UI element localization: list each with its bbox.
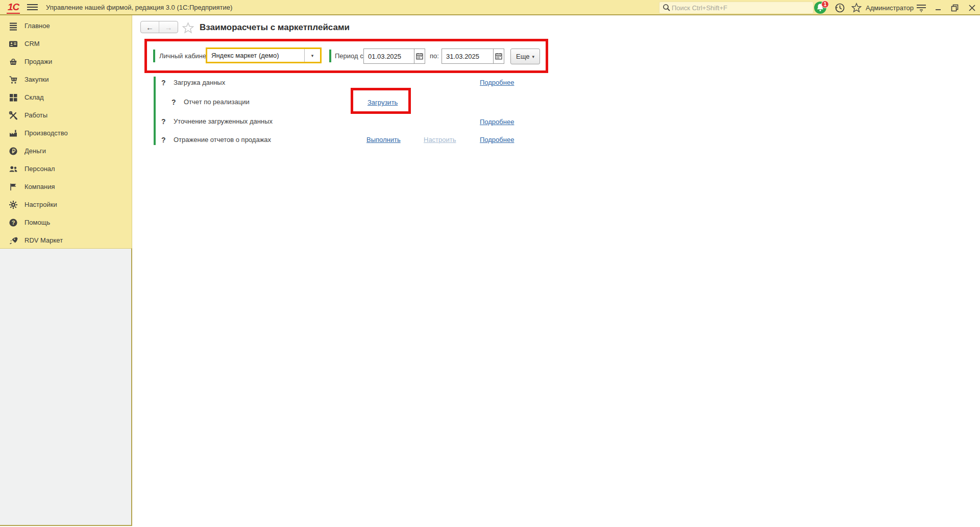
details-link[interactable]: Подробнее (480, 117, 514, 127)
close-button[interactable] (965, 0, 978, 15)
menu-lines-icon (7, 21, 19, 31)
help-question-icon[interactable]: ? (172, 97, 176, 107)
main-menu-icon[interactable] (27, 4, 38, 11)
sidebar-item-nastroiki[interactable]: Настройки (0, 196, 132, 213)
app-window: 1С Управление нашей фирмой, редакция 3.0… (0, 0, 980, 527)
favorite-star-icon[interactable] (182, 21, 194, 34)
history-icon[interactable] (833, 0, 846, 15)
restore-button[interactable] (948, 0, 961, 15)
flag-icon (7, 182, 19, 191)
date-to-field (442, 49, 504, 64)
modified-marker (153, 50, 155, 62)
notifications-button[interactable]: 1 (813, 0, 827, 15)
sidebar-item-glavnoe[interactable]: Главное (0, 17, 132, 35)
tools-icon (7, 111, 19, 120)
cabinet-select[interactable]: Яндекс маркет (демо) ▾ (206, 47, 322, 63)
svg-text:?: ? (12, 219, 15, 225)
sidebar-item-label: Закупки (24, 76, 48, 83)
sidebar-item-rdv-market[interactable]: RDV Маркет (0, 231, 132, 249)
cabinet-label: Личный кабинет: (159, 52, 211, 61)
minimize-button[interactable] (932, 0, 944, 15)
favorites-icon[interactable] (849, 0, 864, 15)
more-button[interactable]: Еще ▾ (510, 49, 540, 64)
date-to-input[interactable] (445, 49, 488, 63)
details-link[interactable]: Подробнее (480, 135, 514, 145)
sidebar-item-crm[interactable]: CRM (0, 35, 132, 53)
sidebar-item-kompaniya[interactable]: Компания (0, 178, 132, 196)
date-from-field (363, 49, 425, 64)
help-question-icon[interactable]: ? (161, 135, 166, 145)
sidebar-item-raboty[interactable]: Работы (0, 106, 132, 124)
notification-badge: 1 (821, 1, 829, 8)
ruble-coin-icon (7, 147, 19, 156)
task-label: Отражение отчетов о продажах (174, 135, 271, 145)
sidebar-item-label: Компания (24, 183, 55, 190)
modified-marker (154, 77, 156, 145)
sidebar-item-label: Помощь (24, 219, 50, 226)
more-button-label: Еще (516, 53, 529, 60)
sidebar-item-pomosch[interactable]: ? Помощь (0, 213, 132, 231)
sidebar-item-personal[interactable]: Персонал (0, 160, 132, 178)
cart-icon (7, 75, 19, 84)
period-from-label: Период с: (335, 52, 365, 61)
nav-back-button[interactable]: ← (141, 21, 159, 33)
sidebar-item-label: CRM (24, 40, 40, 47)
task-label: Загрузка данных (174, 78, 225, 88)
page-title: Взаиморасчеты с маркетплейсами (200, 21, 350, 34)
execute-link[interactable]: Выполнить (366, 135, 401, 145)
help-question-icon[interactable]: ? (161, 116, 166, 127)
main-content (132, 16, 980, 527)
sidebar-item-prodazhi[interactable]: Продажи (0, 53, 132, 70)
rocket-icon (7, 236, 19, 245)
gear-icon (7, 200, 19, 209)
window-title: Управление нашей фирмой, редакция 3.0 (1… (46, 0, 232, 15)
sidebar-item-zakupki[interactable]: Закупки (0, 70, 132, 88)
sidebar-item-label: Склад (24, 93, 44, 101)
cabinet-value: Яндекс маркет (демо) (211, 49, 279, 62)
sidebar-item-proizvodstvo[interactable]: Производство (0, 124, 132, 142)
sidebar-item-label: Персонал (24, 165, 55, 173)
sidebar-item-label: Деньги (24, 147, 46, 155)
nav-forward-button[interactable]: → (159, 21, 178, 33)
date-from-input[interactable] (367, 49, 410, 63)
search-input[interactable] (671, 4, 798, 12)
sidebar-menu: Главное CRM Продажи Закупки Склад Работы… (0, 15, 132, 248)
basket-icon (7, 57, 19, 66)
contact-card-icon (7, 39, 19, 49)
1c-logo: 1С (7, 2, 20, 14)
search-icon (663, 4, 671, 12)
sidebar-taskbar-panel (0, 248, 132, 526)
sidebar-item-dengi[interactable]: Деньги (0, 142, 132, 160)
sidebar-item-label: Настройки (24, 201, 57, 208)
load-link[interactable]: Загрузить (368, 98, 398, 108)
sidebar-item-label: RDV Маркет (24, 236, 63, 244)
chevron-down-icon: ▾ (532, 54, 534, 59)
history-nav-group: ← → (140, 21, 178, 33)
user-menu[interactable]: Администратор (867, 0, 913, 15)
task-label: Отчет по реализации (184, 97, 250, 107)
factory-icon (7, 129, 19, 138)
task-label: Уточнение загруженных данных (174, 116, 273, 127)
people-icon (7, 164, 19, 174)
calendar-icon[interactable] (414, 49, 425, 63)
global-search[interactable] (659, 2, 814, 14)
warehouse-blocks-icon (7, 93, 19, 102)
modified-marker (329, 50, 331, 62)
calendar-icon[interactable] (493, 49, 504, 63)
sidebar-item-label: Продажи (24, 58, 52, 65)
help-question-icon[interactable]: ? (161, 78, 166, 88)
top-bar: 1С Управление нашей фирмой, редакция 3.0… (0, 0, 980, 15)
sidebar-item-label: Работы (24, 111, 47, 119)
sidebar-item-label: Производство (24, 129, 68, 137)
functions-menu-icon[interactable] (915, 0, 928, 15)
sidebar-item-label: Главное (24, 22, 50, 30)
period-to-label: по: (430, 52, 439, 61)
details-link[interactable]: Подробнее (480, 78, 514, 88)
chevron-down-icon[interactable]: ▾ (304, 49, 320, 62)
help-icon: ? (7, 218, 19, 227)
configure-link[interactable]: Настроить (424, 135, 456, 145)
sidebar-item-sklad[interactable]: Склад (0, 88, 132, 106)
